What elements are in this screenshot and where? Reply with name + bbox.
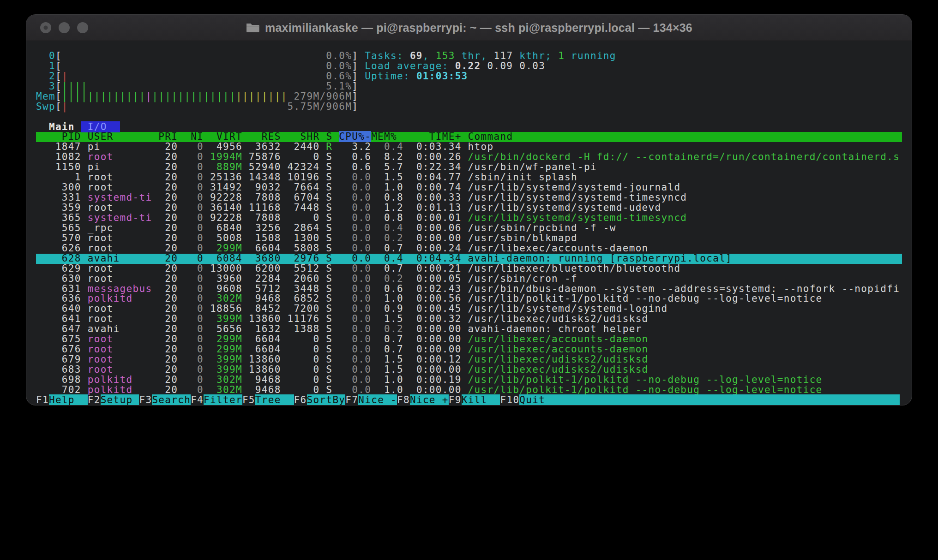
- cell-res: 6604: [242, 344, 281, 355]
- cell-user: pi: [81, 141, 152, 152]
- fkey-f5[interactable]: F5: [242, 394, 255, 405]
- cell-res: 13860: [242, 313, 281, 324]
- cell-state: S: [319, 172, 332, 183]
- column-header-cpu[interactable]: CPU%-: [339, 131, 371, 142]
- column-header-shr[interactable]: SHR: [281, 131, 320, 142]
- cell-pid: 641: [36, 313, 81, 324]
- fkey-label-f3[interactable]: Search: [152, 394, 191, 405]
- process-row-565[interactable]: 565 _rpc 20 0 6840 3256 2864 S 0.0 0.4 0…: [36, 223, 902, 233]
- meter-value: 279M/906M: [294, 91, 352, 102]
- window-titlebar[interactable]: maximiliankaske — pi@raspberrypi: ~ — ss…: [26, 15, 912, 41]
- process-row-629[interactable]: 629 root 20 0 13000 6200 5512 S 0.0 0.7 …: [36, 264, 902, 274]
- meter-label: 0: [36, 50, 55, 61]
- process-row-1847[interactable]: 1847 pi 20 0 4956 3632 2440 R 3.2 0.4 0:…: [36, 142, 902, 152]
- process-row-675[interactable]: 675 root 20 0 299M 6604 0 S 0.0 0.7 0:00…: [36, 334, 902, 345]
- fkey-label-f6[interactable]: SortBy: [307, 394, 346, 405]
- fkey-label-f5[interactable]: Tree: [255, 394, 294, 405]
- cell-mem: 1.5: [371, 364, 403, 375]
- cell-command: /usr/lib/systemd/systemd-udevd: [462, 202, 661, 213]
- cell-pri: 20: [152, 212, 178, 223]
- meter-bar: |||||||||||||: [62, 91, 146, 102]
- cell-command: /usr/lib/systemd/systemd-journald: [462, 182, 681, 193]
- cell-command: avahi-daemon: running [raspberrypi.local…: [462, 253, 732, 264]
- process-row-698[interactable]: 698 polkitd 20 0 302M 9468 0 S 0.0 1.0 0…: [36, 375, 902, 385]
- column-header-mem[interactable]: MEM%: [371, 131, 403, 142]
- process-row-365[interactable]: 365 systemd-ti 20 0 92228 7808 0 S 0.0 0…: [36, 213, 902, 223]
- process-row-647[interactable]: 647 avahi 20 0 5656 1632 1388 S 0.0 0.2 …: [36, 324, 902, 334]
- cell-time: 0:00.33: [403, 192, 462, 203]
- cell-user: avahi: [81, 253, 152, 264]
- column-header-s[interactable]: S: [319, 131, 332, 142]
- column-header-pri[interactable]: PRI: [152, 131, 178, 142]
- column-header-res[interactable]: RES: [242, 131, 281, 142]
- process-row-676[interactable]: 676 root 20 0 299M 6604 0 S 0.0 0.7 0:00…: [36, 345, 902, 355]
- cell-shr: 1388: [281, 323, 320, 334]
- fkey-label-f7[interactable]: Nice -: [358, 394, 397, 405]
- column-header-pid[interactable]: PID: [36, 131, 81, 142]
- process-row-626[interactable]: 626 root 20 0 299M 6604 5808 S 0.0 0.7 0…: [36, 244, 902, 254]
- fkey-f10[interactable]: F10: [500, 394, 519, 405]
- cell-ni: 0: [178, 313, 204, 324]
- column-header-ni[interactable]: NI: [178, 131, 204, 142]
- cell-virt: 6840: [204, 222, 242, 233]
- fkey-label-f4[interactable]: Filter: [204, 394, 242, 405]
- process-row-631[interactable]: 631 messagebus 20 0 9608 5712 3448 S 0.0…: [36, 284, 902, 294]
- fkey-label-f2[interactable]: Setup: [101, 394, 139, 405]
- close-button[interactable]: [40, 22, 51, 33]
- process-row-359[interactable]: 359 root 20 0 36140 11168 7448 S 0.0 1.2…: [36, 203, 902, 213]
- meter-space: [62, 60, 326, 71]
- process-row-300[interactable]: 300 root 20 0 31492 9032 7664 S 0.0 1.0 …: [36, 183, 902, 193]
- process-row-628[interactable]: 628 avahi 20 0 6084 3680 2976 S 0.0 0.4 …: [36, 254, 902, 264]
- process-row-1082[interactable]: 1082 root 20 0 1994M 75876 0 S 0.6 8.2 0…: [36, 152, 902, 162]
- cell-res: 3256: [242, 222, 281, 233]
- cell-user: root: [81, 151, 152, 162]
- fkey-label-f1[interactable]: Help: [49, 394, 88, 405]
- fkey-label-f10[interactable]: Quit: [519, 394, 558, 405]
- fkey-label-f9[interactable]: Kill: [462, 394, 500, 405]
- meter-close-bracket: ]: [352, 71, 358, 82]
- cell-command: /usr/libexec/udisks2/udisksd: [462, 364, 649, 375]
- process-row-1[interactable]: 1 root 20 0 25136 14348 10196 S 0.0 1.5 …: [36, 173, 902, 183]
- cell-state: S: [319, 202, 332, 213]
- cell-res: 1632: [242, 323, 281, 334]
- cell-state: S: [319, 384, 332, 395]
- process-row-640[interactable]: 640 root 20 0 18856 8452 7200 S 0.0 0.9 …: [36, 304, 902, 314]
- meter-close-bracket: ]: [352, 50, 358, 61]
- cell-mem: 0.2: [371, 323, 403, 334]
- fkey-f7[interactable]: F7: [345, 394, 358, 405]
- cell-pid: 679: [36, 354, 81, 365]
- cell-res: 13860: [242, 354, 281, 365]
- process-row-630[interactable]: 630 root 20 0 3960 2284 2060 S 0.0 0.2 0…: [36, 274, 902, 284]
- fkey-label-f8[interactable]: Nice +: [410, 394, 449, 405]
- tab-i-o[interactable]: I/O: [81, 121, 120, 132]
- process-row-683[interactable]: 683 root 20 0 399M 13860 0 S 0.0 1.5 0:0…: [36, 365, 902, 375]
- fkey-f8[interactable]: F8: [397, 394, 410, 405]
- cell-pri: 20: [152, 364, 178, 375]
- process-row-679[interactable]: 679 root 20 0 399M 13860 0 S 0.0 1.5 0:0…: [36, 355, 902, 365]
- fkey-f4[interactable]: F4: [191, 394, 204, 405]
- cell-time: 0:00.05: [403, 273, 462, 284]
- zoom-button[interactable]: [77, 22, 88, 33]
- cell-shr: 0: [281, 384, 320, 395]
- fkey-f9[interactable]: F9: [449, 394, 462, 405]
- process-row-570[interactable]: 570 root 20 0 5008 1508 1300 S 0.0 0.2 0…: [36, 233, 902, 244]
- process-row-1150[interactable]: 1150 pi 20 0 889M 52940 42324 S 0.6 5.7 …: [36, 162, 902, 173]
- minimize-button[interactable]: [59, 22, 70, 33]
- fkey-f1[interactable]: F1: [36, 394, 49, 405]
- fkey-f3[interactable]: F3: [139, 394, 152, 405]
- terminal-blank-line: [36, 41, 902, 51]
- cell-cpu: 0.0: [332, 293, 371, 304]
- column-header-command[interactable]: Command: [468, 131, 513, 142]
- terminal-screen[interactable]: 0[ 0.0%] Tasks: 69, 153 thr, 117 kthr; 1…: [26, 41, 912, 405]
- cell-state: S: [319, 323, 332, 334]
- fkey-f6[interactable]: F6: [294, 394, 307, 405]
- fkey-f2[interactable]: F2: [88, 394, 101, 405]
- tab-main[interactable]: Main: [49, 121, 75, 132]
- column-header-time[interactable]: TIME+: [403, 131, 462, 142]
- column-header-user[interactable]: USER: [88, 131, 152, 142]
- process-row-702[interactable]: 702 polkitd 20 0 302M 9468 0 S 0.0 1.0 0…: [36, 385, 902, 395]
- process-row-636[interactable]: 636 polkitd 20 0 302M 9468 6852 S 0.0 1.…: [36, 294, 902, 304]
- process-row-641[interactable]: 641 root 20 0 399M 13860 11176 S 0.0 1.5…: [36, 314, 902, 324]
- process-row-331[interactable]: 331 systemd-ti 20 0 92228 7808 6704 S 0.…: [36, 193, 902, 203]
- column-header-virt[interactable]: VIRT: [204, 131, 242, 142]
